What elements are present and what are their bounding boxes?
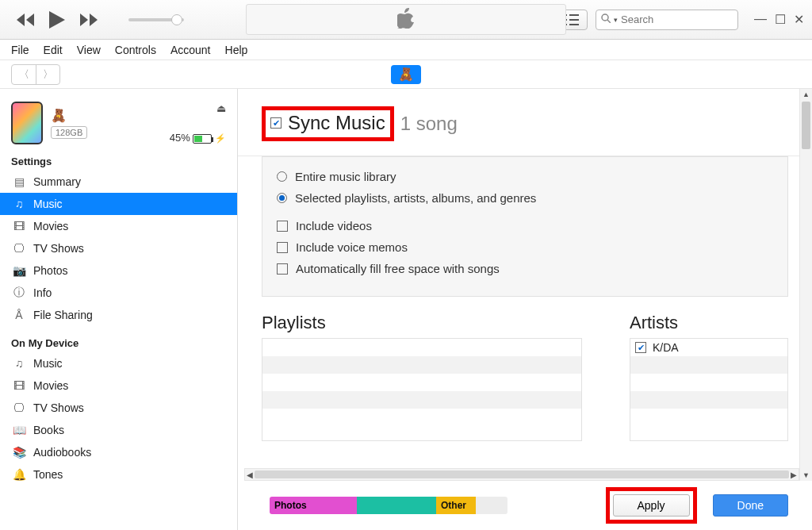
artist-name: K/DA xyxy=(653,341,679,354)
search-input[interactable] xyxy=(621,13,754,25)
next-button[interactable] xyxy=(79,13,98,26)
artists-list[interactable]: ✔ K/DA xyxy=(630,338,788,441)
label-include-voice-memos: Include voice memos xyxy=(296,240,408,254)
apply-button[interactable]: Apply xyxy=(613,494,690,517)
device-tab[interactable]: 🧸 xyxy=(391,65,421,84)
playlists-list[interactable] xyxy=(262,338,582,441)
battery-icon xyxy=(193,134,212,144)
menu-view[interactable]: View xyxy=(77,44,101,56)
sidebar-item-tvshows[interactable]: 🖵TV Shows xyxy=(0,237,237,259)
forward-button[interactable]: 〉 xyxy=(36,65,59,84)
label-entire-library: Entire music library xyxy=(295,170,396,183)
checkbox-include-voice-memos[interactable]: ✔ xyxy=(277,242,288,253)
device-icon: 🧸 xyxy=(398,67,414,82)
scroll-right-icon[interactable]: ▶ xyxy=(791,470,797,479)
label-include-videos: Include videos xyxy=(296,219,372,232)
tones-icon: 🔔 xyxy=(11,468,27,481)
artist-checkbox[interactable]: ✔ xyxy=(635,342,646,353)
sync-music-checkbox[interactable]: ✔ xyxy=(270,117,282,129)
horizontal-scrollbar[interactable]: ◀ ▶ xyxy=(244,468,799,481)
camera-icon: 📷 xyxy=(11,264,27,277)
highlight-sync-music: ✔ Sync Music xyxy=(262,106,394,141)
scroll-left-icon[interactable]: ◀ xyxy=(247,470,253,479)
sidebar-device-audiobooks[interactable]: 📚Audiobooks xyxy=(0,441,237,463)
sync-options-box: Entire music library Selected playlists,… xyxy=(262,156,788,297)
menu-controls[interactable]: Controls xyxy=(115,44,156,56)
back-button[interactable]: 〈 xyxy=(12,65,36,84)
radio-selected-items[interactable] xyxy=(277,193,287,203)
checkbox-autofill[interactable]: ✔ xyxy=(277,263,288,275)
close-button[interactable]: ✕ xyxy=(794,12,804,27)
sidebar-device-movies[interactable]: 🎞Movies xyxy=(0,374,237,397)
sidebar-section-device: On My Device xyxy=(0,334,237,352)
menu-account[interactable]: Account xyxy=(170,44,211,56)
sidebar-device-books[interactable]: 📖Books xyxy=(0,419,237,441)
movies-icon: 🎞 xyxy=(11,379,27,392)
sidebar-item-filesharing[interactable]: ÅFile Sharing xyxy=(0,304,237,326)
sidebar-device-tones[interactable]: 🔔Tones xyxy=(0,463,237,486)
sidebar-device-music[interactable]: ♫Music xyxy=(0,352,237,374)
device-thumbnail-icon xyxy=(11,102,43,144)
summary-icon: ▤ xyxy=(11,175,27,188)
checkbox-include-videos[interactable]: ✔ xyxy=(277,221,288,232)
battery-percent: 45% xyxy=(170,132,190,144)
navigation-row: 〈 〉 🧸 xyxy=(0,60,812,89)
maximize-button[interactable]: ☐ xyxy=(775,12,786,27)
filesharing-icon: Å xyxy=(11,309,27,321)
device-info: 🧸 128GB ⏏ 45% ⚡ xyxy=(0,89,237,152)
menu-edit[interactable]: Edit xyxy=(44,44,63,56)
done-button[interactable]: Done xyxy=(713,494,788,517)
device-name-icon: 🧸 xyxy=(51,109,67,122)
sidebar-item-music[interactable]: ♫Music xyxy=(0,193,237,215)
song-count: 1 song xyxy=(400,113,458,135)
label-autofill: Automatically fill free space with songs xyxy=(296,262,500,275)
usage-segment-other: Other xyxy=(436,497,476,514)
highlight-apply: Apply xyxy=(606,487,697,524)
now-playing-display xyxy=(246,4,566,35)
footer-bar: Photos Other Apply Done xyxy=(238,481,812,530)
scroll-up-icon[interactable]: ▲ xyxy=(800,89,812,100)
sidebar-item-summary[interactable]: ▤Summary xyxy=(0,171,237,193)
svg-line-1 xyxy=(607,20,611,23)
usage-segment-apps xyxy=(357,497,436,514)
label-selected-items: Selected playlists, artists, albums, and… xyxy=(295,191,536,205)
storage-chip: 128GB xyxy=(51,126,87,139)
menu-bar: File Edit View Controls Account Help xyxy=(0,40,812,60)
play-button[interactable] xyxy=(49,11,65,29)
tv-icon: 🖵 xyxy=(11,242,27,255)
scroll-down-icon[interactable]: ▼ xyxy=(800,470,812,481)
svg-point-0 xyxy=(602,14,608,21)
previous-button[interactable] xyxy=(16,13,35,26)
minimize-button[interactable]: — xyxy=(754,12,767,27)
eject-button[interactable]: ⏏ xyxy=(216,102,226,114)
chevron-down-icon: ▾ xyxy=(614,16,618,24)
artist-row[interactable]: ✔ K/DA xyxy=(630,339,787,356)
movies-icon: 🎞 xyxy=(11,220,27,232)
info-icon: ⓘ xyxy=(11,286,27,300)
audiobooks-icon: 📚 xyxy=(11,446,27,459)
books-icon: 📖 xyxy=(11,424,27,436)
playlists-heading: Playlists xyxy=(262,313,582,333)
sidebar-section-settings: Settings xyxy=(0,152,237,171)
player-toolbar: ▾ — ☐ ✕ xyxy=(0,0,812,40)
storage-usage-bar: Photos Other xyxy=(270,497,508,514)
search-field[interactable]: ▾ xyxy=(596,10,738,30)
menu-help[interactable]: Help xyxy=(225,44,248,56)
charging-icon: ⚡ xyxy=(215,133,226,143)
sync-music-title: Sync Music xyxy=(288,112,385,134)
sidebar-item-info[interactable]: ⓘInfo xyxy=(0,282,237,304)
usage-segment-photos: Photos xyxy=(270,497,357,514)
sidebar: 🧸 128GB ⏏ 45% ⚡ Settings ▤Summary ♫Music… xyxy=(0,89,238,530)
search-icon xyxy=(601,13,611,25)
sidebar-item-movies[interactable]: 🎞Movies xyxy=(0,215,237,237)
tv-icon: 🖵 xyxy=(11,401,27,414)
sidebar-device-tvshows[interactable]: 🖵TV Shows xyxy=(0,397,237,419)
radio-entire-library[interactable] xyxy=(277,171,287,182)
volume-slider[interactable] xyxy=(128,18,184,21)
main-panel: ✔ Sync Music 1 song Entire music library… xyxy=(238,89,812,530)
menu-file[interactable]: File xyxy=(11,44,29,56)
vertical-scrollbar[interactable]: ▲ ▼ xyxy=(799,89,812,481)
sidebar-item-photos[interactable]: 📷Photos xyxy=(0,259,237,282)
artists-heading: Artists xyxy=(630,313,788,333)
apple-logo-icon xyxy=(397,8,415,31)
